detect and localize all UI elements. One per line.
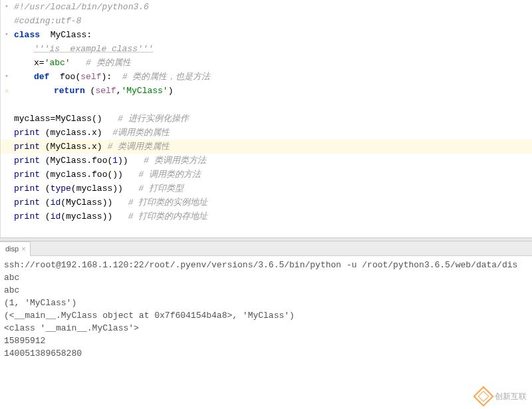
code-token: MyClass() <box>55 114 102 124</box>
code-line[interactable]: print (myclass.foo()) # 调用类的方法 <box>1 168 532 182</box>
tab-disp[interactable]: disp × <box>0 241 31 256</box>
collapse-icon[interactable]: ▾ <box>2 28 11 42</box>
code-content: '''is example class''' <box>11 42 532 56</box>
code-line[interactable]: print (myclass.x) #调用类的属性 <box>1 126 532 140</box>
watermark: 创新互联 <box>476 389 527 404</box>
code-token: (MyClass.x) <box>40 142 102 152</box>
code-token: # 类调用类属性 <box>107 142 170 152</box>
code-token: return <box>54 86 85 96</box>
console-output[interactable]: ssh://root@192.168.1.120:22/root/.pyenv/… <box>0 256 532 362</box>
watermark-logo-icon <box>473 386 493 406</box>
code-token <box>70 58 86 68</box>
code-line[interactable]: print (MyClass.foo(1)) # 类调用类方法 <box>1 154 532 168</box>
code-line[interactable]: ▾#!/usr/local/bin/python3.6 <box>1 0 532 14</box>
code-token: #coding:utf-8 <box>14 16 81 26</box>
code-token: print <box>14 184 40 194</box>
code-token: class <box>14 30 40 40</box>
code-line[interactable]: print (id(myclass)) # 打印类的内存地址 <box>1 209 532 223</box>
code-token <box>123 184 138 194</box>
code-token: print <box>14 170 40 180</box>
watermark-text: 创新互联 <box>495 391 527 402</box>
code-token: MyClass <box>51 30 87 40</box>
code-line[interactable]: myclass=MyClass() # 进行实例化操作 <box>1 112 532 126</box>
code-token: print <box>14 128 40 138</box>
code-token: # 进行实例化操作 <box>118 114 189 124</box>
code-token: (myclass.foo()) <box>40 170 123 180</box>
warning-icon[interactable]: ⚠ <box>2 84 11 98</box>
code-token: # 打印类型 <box>138 184 184 194</box>
code-token <box>102 128 113 138</box>
code-token <box>102 114 118 124</box>
code-token: ( <box>40 211 51 221</box>
code-content <box>11 98 532 112</box>
code-token: foo <box>60 72 75 82</box>
collapse-icon[interactable]: ▾ <box>2 0 11 14</box>
code-line[interactable] <box>1 223 532 237</box>
code-token: # 打印类的内存地址 <box>128 211 208 221</box>
code-token: ( <box>85 86 96 96</box>
code-line[interactable]: print (id(MyClass)) # 打印类的实例地址 <box>1 196 532 209</box>
code-token: (MyClass.foo( <box>40 156 112 166</box>
code-content: print (MyClass.foo(1)) # 类调用类方法 <box>11 154 532 168</box>
code-content: x='abc' # 类的属性 <box>11 56 532 70</box>
code-line[interactable]: print (type(myclass)) # 打印类型 <box>1 182 532 196</box>
code-line[interactable]: ⚠return (self,'MyClass') <box>1 84 532 98</box>
code-token: myclass <box>14 114 51 124</box>
code-content: class MyClass: <box>11 28 532 42</box>
code-editor[interactable]: ▾#!/usr/local/bin/python3.6#coding:utf-8… <box>0 0 532 237</box>
close-icon[interactable]: × <box>21 245 25 253</box>
code-content: def foo(self): # 类的属性，也是方法 <box>11 70 532 84</box>
code-content <box>11 223 532 237</box>
code-token <box>112 198 128 207</box>
code-token: # 类的属性，也是方法 <box>122 72 211 82</box>
code-token: print <box>14 198 40 207</box>
console-line: abc <box>4 284 528 297</box>
code-token: '''is example class''' <box>34 44 153 54</box>
code-token: (myclass)) <box>71 184 123 194</box>
code-token: self <box>80 72 101 82</box>
code-content: print (id(myclass)) # 打印类的内存地址 <box>11 209 532 223</box>
code-token: self <box>95 86 116 96</box>
code-token: (myclass)) <box>61 211 112 221</box>
code-line[interactable] <box>1 98 532 112</box>
code-token: id <box>51 211 61 221</box>
console-tab-bar: disp × <box>0 241 532 256</box>
code-token: # 调用类的方法 <box>138 170 201 180</box>
code-token: 'MyClass' <box>121 86 168 96</box>
code-line[interactable]: x='abc' # 类的属性 <box>1 56 532 70</box>
code-content: print (type(myclass)) # 打印类型 <box>11 182 532 196</box>
code-token: print <box>14 156 40 166</box>
console-line: ssh://root@192.168.1.120:22/root/.pyenv/… <box>4 259 528 271</box>
code-token: : <box>86 30 92 40</box>
console-line: abc <box>4 271 528 284</box>
console-line: <class '__main__.MyClass'> <box>4 322 528 335</box>
console-line: 140051389658280 <box>4 347 528 360</box>
code-line[interactable]: #coding:utf-8 <box>1 14 532 28</box>
code-token <box>112 211 128 221</box>
code-content: print (myclass.x) #调用类的属性 <box>11 126 532 140</box>
tab-label: disp <box>5 245 19 253</box>
code-token: (myclass.x) <box>40 128 102 138</box>
code-token: id <box>51 198 61 207</box>
code-token: ( <box>40 184 51 194</box>
code-content: #!/usr/local/bin/python3.6 <box>11 0 532 14</box>
code-content: print (id(MyClass)) # 打印类的实例地址 <box>11 196 532 209</box>
code-token: )) <box>118 156 128 166</box>
code-token: # 打印类的实例地址 <box>128 198 208 207</box>
console-line: (<__main__.MyClass object at 0x7f604154b… <box>4 309 528 322</box>
code-token: ): <box>101 72 112 82</box>
collapse-icon[interactable]: ▾ <box>2 70 11 84</box>
code-token: print <box>14 211 40 221</box>
code-line[interactable]: ▾def foo(self): # 类的属性，也是方法 <box>1 70 532 84</box>
code-token: #调用类的属性 <box>112 128 170 138</box>
code-line[interactable]: ▾class MyClass: <box>1 28 532 42</box>
code-token: # 类调用类方法 <box>144 156 206 166</box>
code-content: print (myclass.foo()) # 调用类的方法 <box>11 168 532 182</box>
code-token: 'abc' <box>45 58 70 68</box>
code-line[interactable]: print (MyClass.x) # 类调用类属性 <box>1 140 532 154</box>
code-token <box>49 72 60 82</box>
code-line[interactable]: '''is example class''' <box>1 42 532 56</box>
code-token: type <box>51 184 71 194</box>
console-line: 15895912 <box>4 335 528 347</box>
code-token: # 类的属性 <box>86 58 131 68</box>
